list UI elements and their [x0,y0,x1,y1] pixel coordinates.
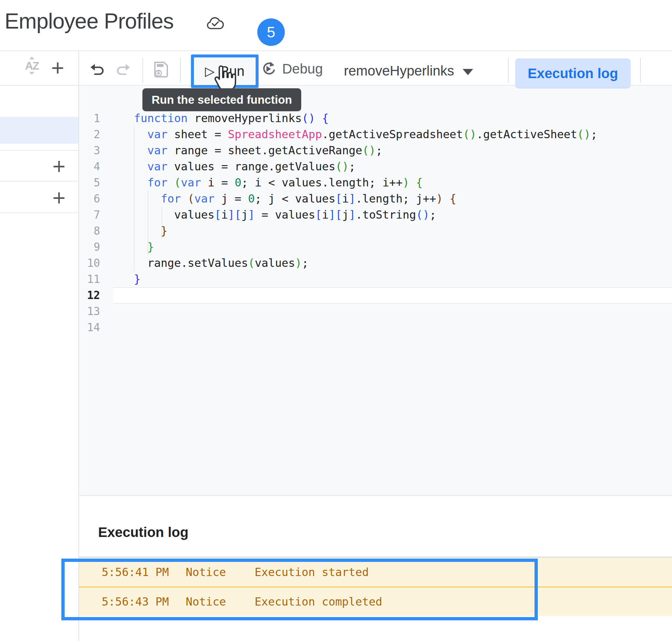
redo-arrow-icon [115,63,131,78]
annotation-step-badge: 5 [257,18,285,46]
code-text: values[i][j] = values[i][j].toString(); [134,207,436,223]
code-text: } [134,271,140,287]
code-line[interactable]: 9 } [0,239,672,255]
line-number: 10 [0,255,100,271]
code-line[interactable]: 1function removeHyperlinks() { [0,110,672,126]
cloud-check-icon [206,16,224,33]
code-text: var range = sheet.getActiveRange(); [134,142,382,159]
code-line[interactable]: 13 [0,303,672,319]
chevron-down-icon [463,69,473,75]
redo-button[interactable] [115,63,131,79]
code-line[interactable]: 8 } [0,223,672,239]
function-selector-dropdown[interactable]: removeHyperlinks [344,61,473,81]
code-text: for (var i = 0; i < values.length; i++) … [134,175,423,191]
code-line[interactable]: 4 var values = range.getValues(); [0,159,672,175]
line-number: 7 [0,207,100,223]
undo-button[interactable] [90,63,105,79]
debug-button[interactable]: Debug [261,61,323,77]
code-text: for (var j = 0; j < values[i].length; j+… [134,191,456,207]
code-line[interactable]: 5 for (var i = 0; i < values.length; i++… [0,175,672,191]
log-panel-top-border [79,495,672,496]
code-text: var sheet = SpreadsheetApp.getActiveSpre… [134,126,598,142]
line-number: 13 [0,303,100,319]
sort-down-arrow-icon [29,72,35,75]
toolbar-separator [142,58,143,83]
annotation-highlight-box [61,559,538,620]
code-line[interactable]: 12 [0,287,672,303]
line-number: 2 [0,126,100,142]
code-text: range.setValues(values); [134,255,308,271]
code-line[interactable]: 14 [0,319,672,336]
undo-arrow-icon [90,63,105,78]
line-number: 6 [0,191,100,207]
code-line[interactable]: 6 for (var j = 0; j < values[i].length; … [0,191,672,207]
toolbar-separator [508,58,509,83]
function-selector-value: removeHyperlinks [344,63,454,79]
toolbar-top-border [0,51,672,51]
add-file-button[interactable]: + [51,56,64,79]
code-lines: 1function removeHyperlinks() {2 var shee… [0,110,672,336]
code-line[interactable]: 7 values[i][j] = values[i][j].toString()… [0,207,672,223]
sort-az-icon[interactable]: AZ [22,56,42,75]
save-project-icon [152,60,170,79]
code-line[interactable]: 2 var sheet = SpreadsheetApp.getActiveSp… [0,126,672,142]
code-line[interactable]: 3 var range = sheet.getActiveRange(); [0,142,672,159]
code-line[interactable]: 10 range.setValues(values); [0,255,672,271]
code-text: function removeHyperlinks() { [134,110,329,126]
code-text: } [134,239,154,255]
toolbar-separator [640,58,641,83]
line-number: 14 [0,319,100,336]
toolbar-separator [180,58,181,83]
apps-script-editor-window: Employee Profiles 5 AZ + + + [0,0,672,641]
line-number: 3 [0,142,100,159]
save-project-button[interactable] [152,60,170,80]
sort-up-arrow-icon [29,56,35,59]
debug-button-label: Debug [282,61,323,77]
line-number: 4 [0,159,100,175]
run-tooltip: Run the selected function [142,88,301,111]
execution-log-button[interactable]: Execution log [515,58,631,88]
line-number: 9 [0,239,100,255]
debug-restart-icon [261,61,277,77]
code-text: } [134,223,167,239]
code-text: var values = range.getValues(); [134,159,356,175]
execution-log-heading: Execution log [98,524,188,540]
line-number: 12 [0,287,100,303]
project-title[interactable]: Employee Profiles [4,9,174,33]
line-number: 5 [0,175,100,191]
line-number: 1 [0,110,100,126]
line-number: 11 [0,271,100,287]
line-number: 8 [0,223,100,239]
code-line[interactable]: 11} [0,271,672,287]
